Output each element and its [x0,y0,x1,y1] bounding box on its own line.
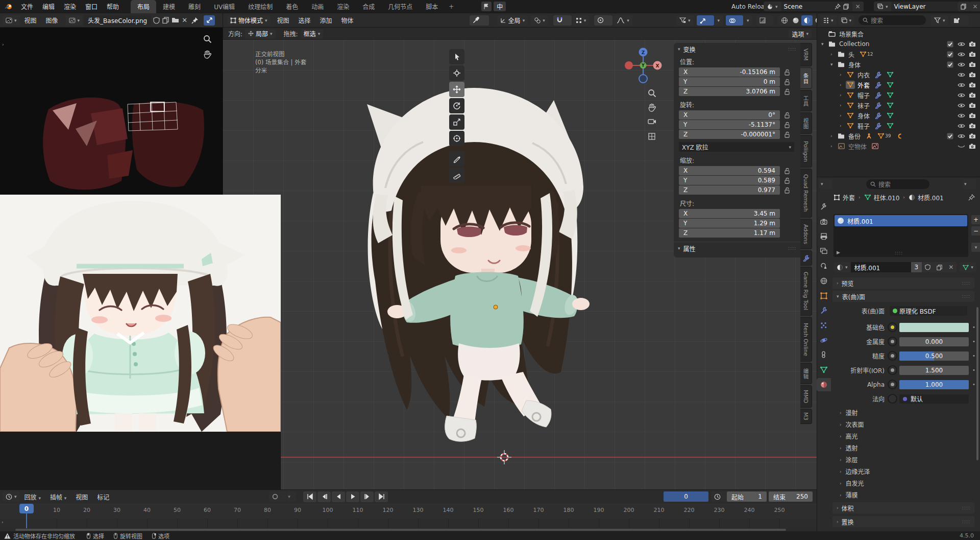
outliner-row-4[interactable]: ›内衣 [817,69,980,80]
workspace-tab-6[interactable]: 动画 [305,0,330,13]
current-frame-field[interactable]: 0 [664,491,708,502]
expander-icon[interactable]: › [840,103,846,108]
properties-tab-constraints[interactable] [817,348,831,362]
n-panel-tab-编辑[interactable]: 编辑 [800,363,812,384]
rotation-z-field[interactable]: Z-0.000001° [679,130,800,139]
camera-toggle-icon[interactable] [967,61,978,67]
playhead-line[interactable] [26,512,27,528]
dimensions-x-field[interactable]: X3.45 m [679,209,800,218]
add-slot-button[interactable]: + [971,215,980,224]
material-prop-1[interactable]: 金属度0.000• [817,337,980,346]
check-toggle-icon[interactable] [944,133,955,139]
camera-toggle-icon[interactable] [967,143,978,149]
blender-logo-icon[interactable] [4,3,13,10]
n-panel-tab-视图[interactable]: 视图 [800,112,812,134]
workspace-tab-7[interactable]: 渲染 [330,0,356,13]
properties-tab-world[interactable] [817,274,831,288]
new-collection-button[interactable] [950,15,969,26]
outliner-row-9[interactable]: ›鞋子 [817,121,980,131]
outliner-search[interactable]: 搜索 [859,15,926,25]
proportional-editing-toggle[interactable] [594,15,612,26]
menu-3[interactable]: 窗口 [81,2,102,11]
image-menu-view[interactable]: 视图 [20,16,41,25]
image-pan-hand-icon[interactable] [203,50,211,59]
outliner-filter-images-dropdown[interactable]: ▾ [838,15,855,26]
material-link-target-dropdown[interactable]: ▾ [960,262,976,272]
show-overlays-toggle[interactable] [726,15,743,26]
auto-keyframe-toggle[interactable] [269,491,286,502]
viewport-menu-3[interactable]: 物体 [337,16,358,25]
lock-icon[interactable] [784,122,790,128]
n-panel-tab-条目[interactable]: 条目 [800,67,812,89]
check-toggle-icon[interactable] [944,61,955,68]
image-name[interactable]: 头发_BaseColor.png [84,15,151,26]
show-overlays-dropdown[interactable]: ▾ [744,15,752,26]
n-panel-tab-Game Rig Tool[interactable]: Game Rig Tool [800,267,812,316]
timeline-menu-keying[interactable]: 插帧 ▾ [45,492,71,501]
subpanel-3[interactable]: ›透射 [840,443,858,452]
image-menu-image[interactable]: 图像 [41,16,63,25]
subpanel-5[interactable]: ›边缘光泽 [840,467,870,476]
material-fake-user-button[interactable] [922,262,934,272]
copy-viewlayer-button[interactable] [958,2,970,11]
lock-icon[interactable] [784,187,790,194]
eye-toggle-icon[interactable] [955,92,967,98]
properties-tab-render[interactable] [817,215,831,228]
properties-search[interactable]: 搜索 [866,179,929,189]
workspace-tab-9[interactable]: 几何节点 [381,0,419,13]
n-panel-tab-MMD[interactable]: MMD [800,385,812,408]
subpanel-7[interactable]: ›薄膜 [840,490,858,499]
n-panel-tab-Mesh Online[interactable]: Mesh Online [800,317,812,362]
material-slot-selected[interactable]: 材质.001 [835,215,967,226]
camera-toggle-icon[interactable] [967,51,978,57]
editor-type-timeline-button[interactable]: ▾ [3,491,20,502]
mode-selector[interactable]: 物体模式 ▾ [227,15,271,26]
properties-tab-view-layer[interactable] [817,245,831,258]
displacement-panel-header[interactable]: ›置换:::: [832,516,974,527]
volume-panel-header[interactable]: ›体积:::: [832,502,974,513]
lock-icon[interactable] [784,131,790,138]
material-prop-3[interactable]: 折射率(IOR)1.500• [817,365,980,375]
jump-to-end-button[interactable] [375,491,388,502]
show-gizmo-toggle[interactable] [697,15,714,26]
menu-4[interactable]: 帮助 [102,2,124,11]
workspace-flag-icon[interactable] [481,2,492,11]
material-copy-button[interactable] [934,262,945,272]
animate-dot[interactable]: • [972,339,975,344]
n-panel-tab-Poliigon[interactable]: Poliigon [800,135,812,168]
camera-toggle-icon[interactable] [967,123,978,129]
timeline-scrollbar[interactable] [15,529,786,531]
subpanel-4[interactable]: ›涂层 [840,455,858,464]
transform-tool-button[interactable] [449,131,464,146]
camera-toggle-icon[interactable] [967,133,978,139]
slot-specials-dropdown[interactable]: ▾ [971,243,980,252]
viewport-menu-1[interactable]: 选择 [294,16,315,25]
properties-tab-material[interactable] [817,378,831,391]
viewport-menu-2[interactable]: 添加 [315,16,337,25]
rotate-tool-button[interactable] [449,98,464,113]
eyedropper-button[interactable] [470,15,489,26]
dimensions-y-field[interactable]: Y1.29 m [679,219,800,228]
object-visibility-dropdown[interactable]: ▾ [676,15,694,26]
workspace-tab-5[interactable]: 着色 [279,0,305,13]
camera-toggle-icon[interactable] [967,82,978,88]
editor-type-image-button[interactable]: ▾ [3,15,20,26]
properties-tab-scene[interactable] [817,260,831,273]
scale-y-field[interactable]: Y0.589 [679,176,800,185]
properties-tab-output[interactable] [817,230,831,243]
animate-dot[interactable]: • [972,324,975,330]
frame-end-field[interactable]: 结束250 [769,491,813,502]
reference-image-editor[interactable] [0,195,281,489]
scene-browse-button[interactable]: ▾ [764,2,781,11]
expander-icon[interactable]: ▾ [830,62,837,67]
material-browse-button[interactable]: ▾ [834,262,851,272]
annotate-tool-button[interactable] [449,151,464,167]
timeline-menu-playback[interactable]: 回放 ▾ [20,492,45,501]
outliner-row-7[interactable]: ›袜子 [817,100,980,110]
drag-mode-dropdown[interactable]: 框选▾ [301,29,324,38]
lock-icon[interactable] [784,88,790,95]
expander-icon[interactable]: › [840,92,846,98]
location-y-field[interactable]: Y0 m [679,77,800,86]
image-pin-icon[interactable] [191,17,199,24]
slot-specials-arrow[interactable]: ▶ [837,250,840,255]
